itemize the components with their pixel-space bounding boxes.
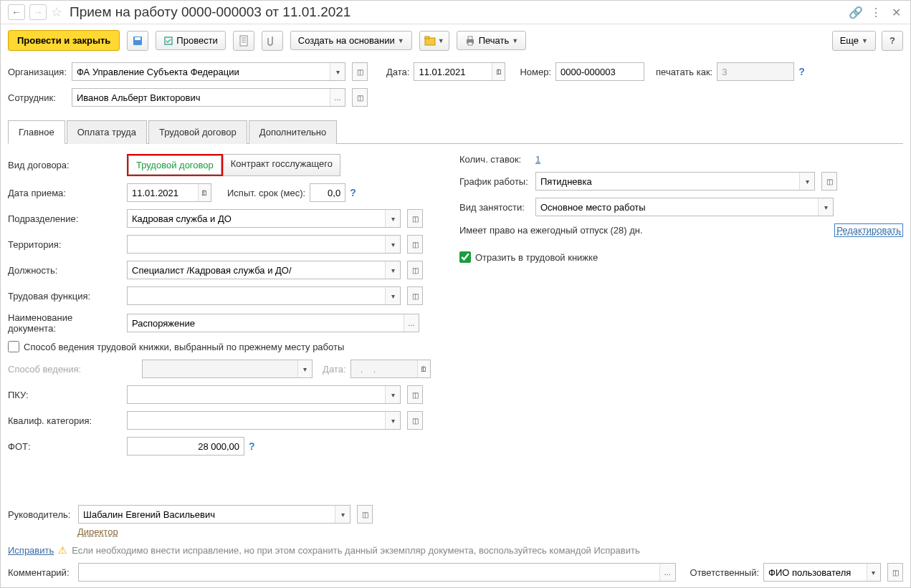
calendar-icon[interactable]: 🗓	[492, 63, 505, 80]
svg-rect-10	[468, 37, 472, 39]
num-input[interactable]	[556, 63, 644, 80]
dropdown-icon[interactable]: ▾	[799, 173, 814, 190]
external-icon[interactable]: ◫	[407, 286, 423, 305]
correct-hint: Если необходимо внести исправление, но п…	[72, 545, 639, 556]
qual-input[interactable]	[128, 412, 385, 429]
external-icon[interactable]: ◫	[821, 172, 837, 191]
tab-contract[interactable]: Трудовой договор	[148, 120, 247, 144]
print-as-input	[717, 63, 793, 80]
external-icon[interactable]: ◫	[407, 385, 423, 404]
calendar-icon[interactable]: 🗓	[198, 184, 211, 201]
correct-link[interactable]: Исправить	[8, 545, 54, 556]
hire-date-label: Дата приема:	[8, 188, 123, 198]
folder-button[interactable]: ▼	[419, 31, 449, 51]
hint-icon[interactable]: ?	[249, 440, 255, 452]
dropdown-icon[interactable]: ▾	[385, 412, 400, 429]
dropdown-icon[interactable]: ▾	[818, 198, 833, 216]
emp-input[interactable]	[72, 89, 330, 106]
docname-input[interactable]	[128, 314, 404, 332]
chevron-down-icon: ▼	[862, 37, 868, 44]
trial-input[interactable]	[310, 184, 345, 201]
tab-main[interactable]: Главное	[8, 120, 65, 144]
emp-type-input[interactable]	[536, 198, 818, 216]
ellipsis-icon[interactable]: …	[404, 314, 419, 332]
tab-payment[interactable]: Оплата труда	[67, 120, 147, 144]
territory-input[interactable]	[128, 236, 385, 253]
fot-input[interactable]	[128, 438, 244, 455]
book-checkbox-label: Отразить в трудовой книжке	[475, 252, 598, 263]
post-and-close-button[interactable]: Провести и закрыть	[8, 30, 120, 51]
create-based-button[interactable]: Создать на основании▼	[290, 31, 412, 50]
hire-date-input[interactable]	[128, 184, 198, 201]
rate-link[interactable]: 1	[535, 154, 540, 165]
close-icon[interactable]: ✕	[889, 5, 903, 19]
hint-icon[interactable]: ?	[798, 66, 805, 77]
responsible-input[interactable]	[764, 564, 867, 581]
external-icon[interactable]: ◫	[407, 411, 423, 430]
org-input[interactable]	[72, 63, 330, 80]
print-as-label: печатать как:	[656, 67, 712, 77]
contract-type-employment[interactable]: Трудовой договор	[128, 155, 221, 175]
book-checkbox[interactable]	[459, 251, 471, 263]
dept-input[interactable]	[128, 210, 385, 227]
prev-book-label: Способ ведения трудовой книжки, выбранны…	[24, 342, 344, 352]
date-input[interactable]	[414, 63, 491, 80]
forward-button[interactable]: →	[29, 4, 47, 20]
position-input[interactable]	[128, 261, 385, 279]
dropdown-icon[interactable]: ▾	[330, 63, 345, 80]
contract-type-label: Вид договора:	[8, 160, 123, 170]
link-icon[interactable]: 🔗	[849, 5, 863, 19]
external-icon[interactable]: ◫	[407, 261, 423, 279]
print-button[interactable]: Печать▼	[457, 31, 527, 50]
contract-type-govservice[interactable]: Контракт госслужащего	[223, 154, 340, 176]
dropdown-icon[interactable]: ▾	[335, 506, 350, 523]
vacation-text: Имеет право на ежегодный отпуск (28) дн.	[459, 225, 643, 236]
prev-book-checkbox[interactable]	[8, 341, 19, 352]
document-icon-button[interactable]	[233, 31, 254, 51]
emp-type-label: Вид занятости:	[459, 202, 531, 213]
comment-label: Комментарий:	[8, 567, 74, 578]
ellipsis-icon[interactable]: …	[330, 89, 345, 106]
external-icon[interactable]: ◫	[407, 209, 423, 228]
dept-label: Подразделение:	[8, 213, 123, 224]
dropdown-icon[interactable]: ▾	[385, 287, 400, 304]
dropdown-icon[interactable]: ▾	[385, 210, 400, 227]
menu-icon[interactable]: ⋮	[869, 5, 883, 19]
external-icon[interactable]: ◫	[357, 505, 373, 524]
attach-button[interactable]	[262, 31, 283, 51]
func-input[interactable]	[128, 287, 385, 304]
chevron-down-icon: ▼	[438, 37, 444, 44]
favorite-icon[interactable]: ☆	[51, 4, 62, 20]
external-icon[interactable]: ◫	[407, 235, 423, 254]
comment-input[interactable]	[79, 564, 659, 581]
manager-pos-link[interactable]: Директор	[77, 526, 118, 537]
edit-link[interactable]: Редактировать	[834, 223, 903, 237]
back-button[interactable]: ←	[8, 4, 25, 20]
dropdown-icon[interactable]: ▾	[385, 261, 400, 279]
warning-icon: ⚠	[58, 544, 67, 556]
dropdown-icon: ▾	[297, 360, 312, 377]
dropdown-icon[interactable]: ▾	[385, 386, 400, 403]
calendar-icon: 🗓	[417, 360, 430, 377]
external-icon[interactable]: ◫	[887, 563, 903, 582]
emp-label: Сотрудник:	[8, 92, 67, 103]
save-button[interactable]	[127, 31, 148, 51]
pku-input[interactable]	[128, 386, 385, 403]
dropdown-icon[interactable]: ▾	[867, 564, 880, 581]
ellipsis-icon[interactable]: …	[659, 564, 674, 581]
external-icon[interactable]: ◫	[352, 88, 368, 107]
post-button[interactable]: Провести	[156, 31, 226, 50]
help-button[interactable]: ?	[882, 31, 903, 51]
window-title: Прием на работу 0000-000003 от 11.01.202…	[70, 4, 844, 20]
schedule-input[interactable]	[536, 173, 799, 190]
manager-input[interactable]	[79, 506, 335, 523]
func-label: Трудовая функция:	[8, 291, 123, 302]
hint-icon[interactable]: ?	[350, 187, 356, 198]
dropdown-icon[interactable]: ▾	[385, 236, 400, 253]
tab-additional[interactable]: Дополнительно	[249, 120, 338, 144]
qual-label: Квалиф. категория:	[8, 415, 123, 426]
svg-rect-11	[468, 42, 472, 45]
svg-rect-8	[425, 37, 429, 39]
external-icon[interactable]: ◫	[352, 62, 368, 81]
more-button[interactable]: Еще▼	[832, 31, 876, 51]
